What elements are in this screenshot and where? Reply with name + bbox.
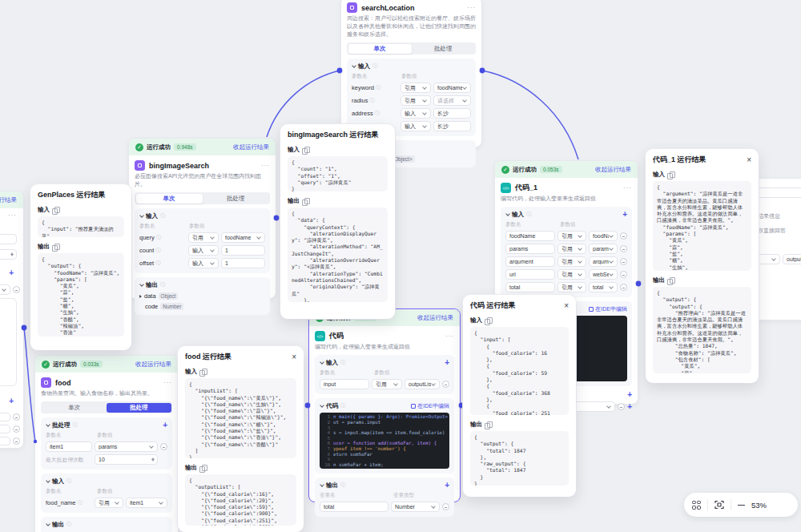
remove-row-icon[interactable] — [13, 286, 20, 293]
value-select[interactable]: total — [589, 282, 618, 292]
var-type-select[interactable]: Number — [391, 502, 440, 512]
field-partial[interactable] — [0, 234, 17, 244]
mode-select[interactable]: 输入 — [188, 258, 219, 268]
value-select[interactable]: foodName — [433, 83, 471, 93]
output-json[interactable]: { "output": { "output": { "推荐理由": "凉拌黄瓜是… — [653, 287, 751, 373]
mode-select[interactable]: 引用 — [188, 232, 219, 243]
expand-caret-icon[interactable] — [139, 295, 142, 298]
param-name-input[interactable]: total — [505, 282, 555, 292]
tab-single[interactable]: 单次 — [136, 194, 203, 204]
edit-in-ide-link[interactable]: 在IDE中编辑 — [411, 402, 449, 410]
more-menu-icon[interactable]: ··· — [163, 379, 172, 386]
copy-icon[interactable] — [199, 369, 206, 375]
remove-row-icon[interactable] — [442, 381, 449, 388]
remove-row-icon[interactable] — [160, 443, 167, 450]
add-child-button[interactable]: + — [627, 403, 632, 411]
more-menu-icon[interactable]: ··· — [8, 212, 17, 219]
add-param-button[interactable]: + — [445, 359, 449, 367]
add-output-button[interactable]: + — [9, 397, 14, 405]
value-select[interactable]: params — [589, 244, 618, 254]
select-partial[interactable] — [0, 284, 10, 295]
value-select[interactable]: params — [95, 441, 158, 452]
mode-select[interactable]: 引用 — [400, 83, 431, 93]
add-param-button[interactable]: + — [163, 421, 167, 429]
param-name-input[interactable]: params — [505, 244, 555, 254]
input-json[interactable]: { "count": "1", "offset": "1", "query": … — [288, 156, 388, 191]
value-select[interactable]: webSearchU — [589, 269, 618, 280]
var-name-input[interactable]: total — [320, 502, 388, 512]
value-select[interactable]: foodName — [589, 231, 618, 241]
collapse-result-link[interactable]: 收起运行结果 — [0, 196, 17, 204]
output-row-partial[interactable] — [0, 413, 10, 421]
mode-select[interactable]: 引用 — [372, 379, 402, 389]
remove-row-icon[interactable] — [13, 425, 20, 433]
copy-icon[interactable] — [485, 421, 491, 428]
remove-row-icon[interactable] — [620, 232, 627, 240]
copy-icon[interactable] — [52, 207, 58, 213]
collapse-caret-icon[interactable] — [320, 483, 324, 487]
collapse-caret-icon[interactable] — [46, 479, 50, 483]
add-param-button[interactable]: + — [9, 269, 14, 277]
remove-row-icon[interactable] — [442, 503, 449, 510]
zoom-level[interactable]: 53% — [751, 501, 767, 510]
copy-icon[interactable] — [52, 244, 58, 250]
remove-row-icon[interactable] — [13, 437, 20, 445]
collapse-caret-icon[interactable] — [352, 64, 356, 68]
copy-icon[interactable] — [199, 465, 206, 471]
mode-select[interactable]: 输入 — [400, 108, 431, 119]
close-icon[interactable]: × — [564, 302, 569, 310]
output-row-partial[interactable] — [0, 437, 10, 445]
copy-icon[interactable] — [302, 147, 308, 153]
close-icon[interactable]: × — [747, 156, 751, 164]
param-name-input[interactable]: url — [505, 269, 555, 280]
param-name-input[interactable]: item1 — [46, 441, 92, 452]
zoom-out-icon[interactable] — [738, 505, 745, 506]
collapse-result-link[interactable]: 收起运行结果 — [135, 361, 171, 369]
mode-select[interactable]: 输入 — [188, 245, 219, 256]
mode-select[interactable]: 引用 — [557, 256, 586, 267]
input-json[interactable]: { "inputList": [ "{\"food_name\":\"黄瓜\"}… — [185, 378, 296, 458]
value-select[interactable]: output — [783, 254, 801, 264]
input-json[interactable]: { "input": [ { "food_calorie": 16 }, { "… — [470, 327, 569, 415]
remove-row-icon[interactable] — [618, 403, 625, 410]
tab-batch[interactable]: 批处理 — [107, 403, 171, 413]
edit-in-ide-link[interactable]: 在IDE中编辑 — [589, 305, 627, 313]
copy-icon[interactable] — [302, 198, 308, 204]
param-name-input[interactable]: foodName — [505, 231, 555, 241]
add-output-button[interactable]: + — [627, 391, 632, 399]
collapse-caret-icon[interactable] — [139, 283, 143, 287]
mode-select[interactable]: 引用 — [400, 95, 431, 106]
collapse-caret-icon[interactable] — [46, 423, 50, 427]
tab-single[interactable]: 单次 — [348, 44, 412, 54]
collapse-caret-icon[interactable] — [46, 522, 50, 526]
copy-icon[interactable] — [667, 171, 674, 178]
collapse-result-link[interactable]: 收起运行结果 — [233, 143, 269, 151]
layout-grid-icon[interactable] — [692, 501, 701, 510]
tab-batch[interactable]: 批处理 — [412, 44, 475, 54]
remove-row-icon[interactable] — [620, 271, 627, 278]
output-row-partial[interactable] — [0, 425, 10, 433]
output-json[interactable]: { "outputList": [ "{\"food_calorie\":16}… — [185, 474, 296, 526]
max-batch-stepper[interactable]: 10 — [95, 454, 158, 465]
value-input[interactable]: 1 — [221, 258, 265, 268]
prompt-textarea[interactable] — [0, 298, 17, 386]
more-menu-icon[interactable]: ··· — [467, 4, 476, 11]
remove-row-icon[interactable] — [13, 413, 20, 421]
param-name-input[interactable]: argument — [505, 256, 555, 267]
collapse-caret-icon[interactable] — [320, 404, 324, 408]
value-select[interactable]: outputList — [405, 379, 440, 389]
input-json[interactable]: { "argument": "凉拌黄瓜是一道非常适合夏天的清淡菜品。黄瓜口感清爽… — [653, 181, 751, 271]
node-code[interactable]: ✓ 运行成功 0.060s 收起运行结果 </> 代码 ··· 编写代码，处理输… — [308, 308, 461, 502]
mode-select[interactable]: 引用 — [557, 231, 586, 241]
remove-row-icon[interactable] — [620, 284, 627, 291]
fit-view-icon[interactable] — [714, 500, 724, 510]
collapse-result-link[interactable]: 收起运行结果 — [595, 166, 631, 174]
value-select[interactable]: item1 — [126, 498, 167, 508]
output-json[interactable]: { "output": { "foodName": "凉拌黄瓜", "param… — [38, 253, 124, 337]
mode-select[interactable]: 引用 — [557, 244, 586, 254]
value-input[interactable]: 长沙 — [433, 108, 471, 119]
mode-select[interactable]: 引用 — [95, 498, 123, 508]
collapse-caret-icon[interactable] — [139, 214, 143, 218]
stepper-partial[interactable] — [0, 249, 17, 260]
collapse-caret-icon[interactable] — [320, 361, 324, 365]
